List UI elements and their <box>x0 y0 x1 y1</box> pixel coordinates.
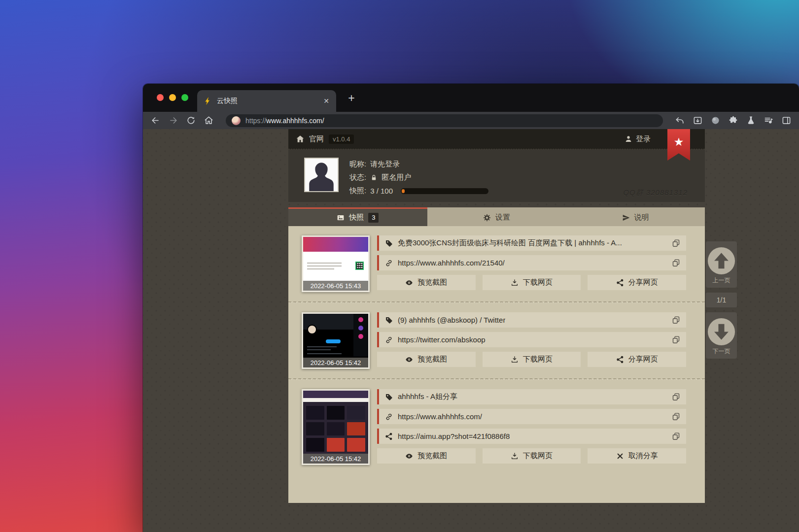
tag-icon <box>385 239 393 247</box>
download-page-button[interactable]: 下载网页 <box>483 448 581 464</box>
snapshot-thumbnail[interactable]: 2022-06-05 15:43 <box>302 235 370 292</box>
version-badge: v1.0.4 <box>329 134 354 144</box>
login-button[interactable]: 登录 <box>625 134 651 144</box>
close-tab-icon[interactable]: ✕ <box>323 97 329 105</box>
qq-group-watermark: QQ群 320881312 <box>623 188 688 198</box>
tag-icon <box>385 393 393 401</box>
copy-icon[interactable] <box>672 259 680 267</box>
snapshot-url-row: https://www.ahhhhfs.com/21540/ <box>377 255 686 270</box>
user-info: 昵称:请先登录 状态: 匿名用户 快照:3 / 100 <box>349 158 488 202</box>
copy-icon[interactable] <box>672 432 680 440</box>
cancel-icon <box>616 452 624 460</box>
snapshot-title-row: ahhhhfs - A姐分享 <box>377 389 686 404</box>
snapshot-url-row: https://twitter.com/abskoop <box>377 332 686 347</box>
copy-icon[interactable] <box>672 393 680 401</box>
browser-toolbar: https://www.ahhhhfs.com/ <box>143 112 799 129</box>
address-bar[interactable]: https://www.ahhhhfs.com/ <box>226 114 663 127</box>
row-text: https://www.ahhhhfs.com/21540/ <box>398 259 505 267</box>
download-icon <box>511 279 519 287</box>
snapshot-list: 2022-06-05 15:43免费3000张CNS封面级临床与科研绘图 百度网… <box>288 226 705 503</box>
row-text: https://twitter.com/abskoop <box>398 335 486 344</box>
download-page-button[interactable]: 下载网页 <box>483 352 581 367</box>
flask-extension-icon[interactable] <box>746 116 756 125</box>
thumb-site-header <box>303 237 368 252</box>
snapshot-title-row: (9) ahhhhfs (@abskoop) / Twitter <box>377 312 686 328</box>
next-page-button[interactable]: 下一页 <box>706 312 737 359</box>
quota-progress-bar <box>401 188 488 194</box>
extensions-puzzle-icon[interactable] <box>729 116 738 125</box>
arrow-down-circle-icon <box>706 316 737 347</box>
forward-icon[interactable] <box>169 116 178 125</box>
eye-icon <box>405 356 413 364</box>
home-icon[interactable] <box>204 116 213 125</box>
share-icon <box>616 279 624 287</box>
snapshot-share-url-row: https://aimu.app?shot=421f0886f8 <box>377 429 686 444</box>
nickname-line: 昵称:请先登录 <box>349 158 488 171</box>
share-page-button[interactable]: 分享网页 <box>588 352 686 367</box>
card-separator <box>288 378 705 380</box>
row-text: https://www.ahhhhfs.com/ <box>398 412 482 421</box>
download-icon <box>511 356 519 364</box>
download-icon <box>511 452 519 460</box>
preview-screenshot-button[interactable]: 预览截图 <box>377 352 476 367</box>
snapshot-title-row: 免费3000张CNS封面级临床与科研绘图 百度网盘下载 | ahhhhfs - … <box>377 235 686 251</box>
snapshot-thumbnail[interactable]: 2022-06-05 15:42 <box>302 389 370 465</box>
browser-window: 云快照 ✕ + https://www.ahhhhfs.com/ <box>143 84 799 532</box>
page-indicator: 1/1 <box>706 293 737 307</box>
url-text: https://www.ahhhhfs.com/ <box>245 117 324 125</box>
qr-code <box>355 262 364 270</box>
main-content-column: 官网 v1.0.4 登录 ★ 昵称:请先登录 <box>288 129 705 503</box>
pagination: 上一页 1/1 下一页 <box>706 241 737 359</box>
prev-page-button[interactable]: 上一页 <box>706 241 737 288</box>
desktop-wallpaper: 云快照 ✕ + https://www.ahhhhfs.com/ <box>0 0 799 532</box>
link-icon <box>385 413 393 421</box>
zoom-window-button[interactable] <box>181 94 188 101</box>
page-background: 官网 v1.0.4 登录 ★ 昵称:请先登录 <box>143 129 799 532</box>
user-panel: 昵称:请先登录 状态: 匿名用户 快照:3 / 100 QQ群 32088131… <box>288 149 705 202</box>
cancel-share-button[interactable]: 取消分享 <box>588 448 686 464</box>
reload-icon[interactable] <box>186 116 196 125</box>
undo-extension-icon[interactable] <box>675 116 685 125</box>
tab-settings[interactable]: 设置 <box>427 207 566 226</box>
new-tab-button[interactable]: + <box>344 91 359 106</box>
nickname-value: 请先登录 <box>370 160 400 169</box>
tab-help[interactable]: 说明 <box>566 207 705 226</box>
tab-title: 云快照 <box>217 97 323 105</box>
content-tabs: 快照3设置说明 <box>288 207 705 226</box>
row-text: 免费3000张CNS封面级临床与科研绘图 百度网盘下载 | ahhhhfs - … <box>398 238 622 248</box>
snapshot-thumbnail[interactable]: 2022-06-05 15:42 <box>302 312 370 369</box>
tag-icon <box>385 316 393 324</box>
globe-extension-icon[interactable] <box>711 116 720 125</box>
download-page-button[interactable]: 下载网页 <box>483 275 581 290</box>
official-site-link[interactable]: 官网 <box>309 134 324 144</box>
avatar <box>304 158 339 192</box>
browser-tab[interactable]: 云快照 ✕ <box>197 90 336 112</box>
share-icon <box>616 356 624 364</box>
app-nav-bar: 官网 v1.0.4 登录 ★ <box>288 129 705 149</box>
person-icon <box>625 135 632 143</box>
tab-snapshots[interactable]: 快照3 <box>288 207 427 226</box>
close-window-button[interactable] <box>157 94 164 101</box>
copy-icon[interactable] <box>672 239 680 247</box>
link-icon <box>385 336 393 344</box>
copy-icon[interactable] <box>672 335 680 344</box>
preview-screenshot-button[interactable]: 预览截图 <box>377 448 476 464</box>
back-icon[interactable] <box>151 116 160 125</box>
quota-line: 快照:3 / 100 <box>349 184 488 198</box>
preview-screenshot-button[interactable]: 预览截图 <box>377 275 476 290</box>
row-text: (9) ahhhhfs (@abskoop) / Twitter <box>398 316 505 324</box>
eye-icon <box>405 279 413 287</box>
playlist-extension-icon[interactable] <box>764 116 773 125</box>
browser-tab-strip: 云快照 ✕ + <box>143 84 799 112</box>
share-page-button[interactable]: 分享网页 <box>588 275 686 290</box>
copy-icon[interactable] <box>672 316 680 324</box>
minimize-window-button[interactable] <box>169 94 176 101</box>
image-icon <box>337 214 345 222</box>
copy-icon[interactable] <box>672 412 680 421</box>
status-line: 状态: 匿名用户 <box>349 171 488 184</box>
row-text: https://aimu.app?shot=421f0886f8 <box>398 432 510 440</box>
sidebar-toggle-icon[interactable] <box>782 116 791 125</box>
home-nav-icon <box>296 135 304 143</box>
reader-extension-icon[interactable] <box>693 116 702 125</box>
snapshot-date: 2022-06-05 15:42 <box>303 358 368 367</box>
